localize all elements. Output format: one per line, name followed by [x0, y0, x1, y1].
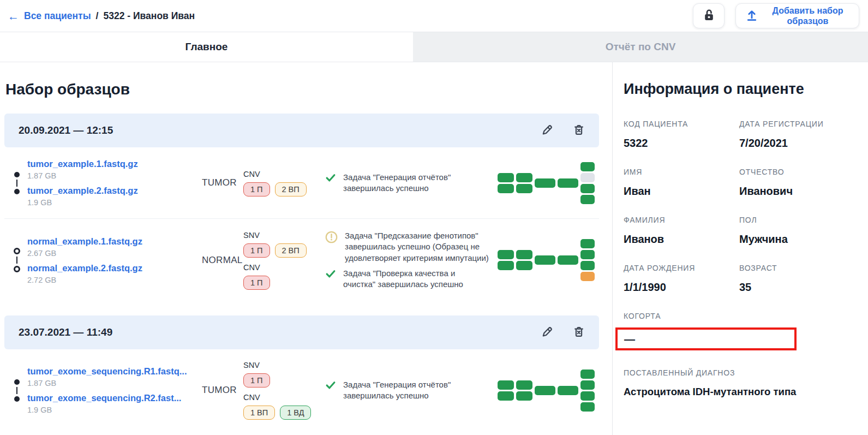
patient-field: ДАТА РОЖДЕНИЯ1/1/1990	[624, 264, 739, 294]
badge-group-label: SNV	[243, 361, 325, 370]
breadcrumb: ← Все пациенты / 5322 - Иванов Иван	[8, 10, 195, 22]
file-size: 1.87 GB	[27, 379, 187, 388]
edit-sample-set-button[interactable]	[541, 124, 553, 138]
patient-field: ПОЛМужчина	[739, 216, 853, 246]
patient-field: ФАМИЛИЯИванов	[624, 216, 739, 246]
badge-group-label: CNV	[243, 263, 325, 272]
patient-field-label: ВОЗРАСТ	[739, 264, 853, 272]
file-link[interactable]: tumor_exome_sequencing.R2.fast...	[27, 393, 187, 403]
sample-row: normal_example.1.fastq.gz2.67 GBnormal_e…	[4, 218, 599, 301]
pipeline-stage	[535, 386, 555, 395]
pipeline-stage	[535, 255, 555, 265]
badge-group: CNV1 П2 ВП	[243, 170, 325, 196]
file-entry: tumor_exome_sequencing.R1.fastq...1.87 G…	[27, 366, 187, 388]
upload-icon	[745, 8, 759, 24]
patient-field-label: ФАМИЛИЯ	[624, 216, 739, 224]
pipeline-block	[516, 391, 532, 401]
patient-field-value: Иванович	[739, 185, 853, 198]
file-list: tumor_exome_sequencing.R1.fastq...1.87 G…	[23, 366, 187, 414]
badge-row: 1 П2 ВП	[243, 182, 325, 196]
patient-field: ДАТА РЕГИСТРАЦИИ7/20/2021	[739, 120, 853, 150]
pipeline-block	[535, 178, 555, 188]
file-link[interactable]: normal_example.2.fastq.gz	[27, 263, 142, 273]
delete-sample-set-button[interactable]	[573, 326, 585, 339]
pipeline-status-viz	[498, 239, 595, 281]
pipeline-block	[516, 173, 532, 182]
patient-field-label: ДАТА РЕГИСТРАЦИИ	[739, 120, 853, 128]
timeline-connector	[16, 257, 18, 264]
patient-field-label: ПОЛ	[739, 216, 853, 224]
badge-row: 1 П	[243, 373, 325, 388]
pipeline-status-viz	[498, 370, 595, 412]
add-sample-set-button[interactable]: Добавить набор образцов	[735, 3, 859, 28]
top-bar-actions: Добавить набор образцов	[693, 3, 859, 28]
pipeline-block	[498, 380, 514, 390]
pipeline-block	[498, 391, 514, 401]
file-link[interactable]: tumor_example.2.fastq.gz	[27, 186, 138, 196]
badge-group-label: SNV	[243, 231, 325, 240]
task-status-text: Задача "Генерация отчётов" завершилась у…	[343, 172, 489, 194]
patient-field-value: Астроцитома IDH-мутантного типа	[624, 386, 853, 398]
patient-field-label: ИМЯ	[624, 168, 739, 176]
timeline-markers	[11, 366, 23, 414]
variant-badge: 1 П	[243, 373, 270, 388]
pipeline-block	[580, 184, 595, 193]
pipeline-stage	[558, 255, 578, 265]
sample-set-actions	[541, 124, 585, 138]
timeline-dot	[14, 189, 20, 194]
file-link[interactable]: tumor_example.1.fastq.gz	[27, 159, 138, 169]
patient-field: ПОСТАВЛЕННЫЙ ДИАГНОЗАстроцитома IDH-мута…	[624, 368, 853, 398]
badge-group-label: CNV	[243, 170, 325, 178]
file-link[interactable]: tumor_exome_sequencing.R1.fastq...	[27, 366, 187, 377]
sample-type-label: TUMOR	[202, 177, 243, 188]
pipeline-stage	[516, 380, 532, 401]
variant-badge: 1 П	[243, 182, 270, 196]
file-list: normal_example.1.fastq.gz2.67 GBnormal_e…	[23, 236, 142, 284]
pipeline-stage	[580, 162, 595, 204]
timeline-dot	[14, 172, 20, 177]
pipeline-block	[516, 380, 532, 390]
task-status-text: Задача "Генерация отчётов" завершилась у…	[343, 379, 489, 402]
trash-x-icon	[573, 124, 585, 138]
patient-info-panel: Информация о пациенте КОД ПАЦИЕНТА5322ДА…	[613, 62, 868, 435]
patient-field-value: Иван	[624, 185, 739, 198]
sample-set-actions	[541, 326, 585, 339]
pipeline-block	[580, 239, 595, 248]
pipeline-status-viz	[498, 162, 595, 204]
tab-main[interactable]: Главное	[0, 32, 413, 62]
sample-files: tumor_example.1.fastq.gz1.87 GBtumor_exa…	[11, 159, 202, 207]
check-icon	[325, 172, 336, 185]
pipeline-block	[580, 370, 595, 379]
pipeline-block	[498, 250, 514, 259]
lock-button[interactable]	[693, 3, 725, 28]
patient-field-value: 7/20/2021	[739, 137, 853, 150]
variant-badge: 2 ВП	[275, 182, 307, 196]
badge-group: CNV1 ВП1 ВД	[243, 393, 325, 420]
variant-badge-groups: SNV1 П2 ВПCNV1 П	[243, 231, 325, 290]
file-link[interactable]: normal_example.1.fastq.gz	[27, 236, 142, 247]
edit-sample-set-button[interactable]	[541, 326, 553, 339]
sample-row: tumor_example.1.fastq.gz1.87 GBtumor_exa…	[4, 147, 599, 218]
check-icon	[325, 269, 336, 281]
page: ← Все пациенты / 5322 - Иванов Иван	[0, 0, 868, 435]
pipeline-block	[580, 195, 595, 204]
breadcrumb-all-patients-link[interactable]: Все пациенты	[24, 10, 91, 22]
trash-x-icon	[573, 326, 585, 339]
task-status-list: Задача "Предсказание фенотипов" завершил…	[325, 230, 489, 290]
variant-badge-groups: SNV1 ПCNV1 ВП1 ВД	[243, 361, 325, 420]
task-status: Задача "Предсказание фенотипов" завершил…	[325, 230, 489, 264]
delete-sample-set-button[interactable]	[573, 124, 585, 138]
pipeline-block	[558, 386, 578, 395]
patient-field-value: —	[624, 333, 635, 345]
back-arrow-icon[interactable]: ←	[8, 10, 19, 22]
pipeline-block	[535, 386, 555, 395]
patient-field-label: КОД ПАЦИЕНТА	[624, 120, 739, 128]
file-size: 1.9 GB	[27, 406, 187, 414]
pipeline-block	[580, 173, 595, 182]
timeline-dot	[14, 379, 20, 385]
tab-cnv-report[interactable]: Отчёт по CNV	[413, 32, 868, 62]
sample-sets-section: Набор образцов 20.09.2021 — 12:15tumor_e…	[0, 62, 603, 435]
pipeline-stage	[580, 239, 595, 281]
sample-set-header: 20.09.2021 — 12:15	[4, 114, 599, 147]
pipeline-block	[580, 272, 595, 281]
